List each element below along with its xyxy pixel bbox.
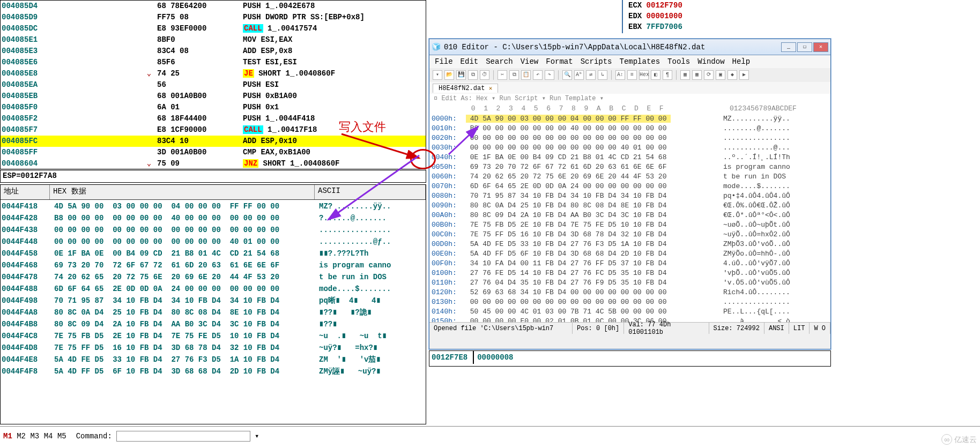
memory-dump-pane[interactable]: 地址 HEX 数据 ASCII 0044F4184D 5A 90 00 03 0… [0,184,426,424]
paste-icon[interactable]: 📋 [521,70,531,80]
hex-row[interactable]: 0060h: 74 20 62 65 20 72 75 6E 20 69 6E … [429,172,830,182]
asm-row[interactable]: 004085FF3D 001A0B00CMP EAX,0xB1A00 [1,147,426,158]
toolbar[interactable]: ▾ 📂 💾 ⧉ ⏱ ✂ ⧉ 📋 ↶ ↷ 🔍 Aᵇ ⇄ ↳ A↕ ≡ Hex ◧ … [429,68,830,82]
undo-icon[interactable]: ↶ [533,70,543,80]
find-icon[interactable]: 🔍 [562,70,572,80]
menu-item[interactable]: Search [486,57,513,66]
asm-row[interactable]: 004085E18BF0MOV ESI,EAX [1,34,426,46]
hex-row[interactable]: 0010h: B8 00 00 00 00 00 00 00 40 00 00 … [429,124,830,133]
hex-row[interactable]: 00A0h: 80 8C 09 D4 2A 10 FB D4 AA B0 3C … [429,211,830,220]
command-box[interactable]: Command: ▾ [76,431,259,442]
tab-close-icon[interactable]: ✕ [489,85,493,92]
replace-icon[interactable]: ⇄ [586,70,596,80]
hex-row[interactable]: 0080h: 70 71 95 87 34 10 FB D4 34 10 FB … [429,191,830,201]
dump-row[interactable]: 0044F44800 00 00 00 00 00 00 00 00 00 00… [2,236,425,248]
menu-bar[interactable]: FileEditSearchViewFormatScriptsTemplates… [429,55,830,68]
menu-item[interactable]: File [435,57,453,66]
menu-item[interactable]: Help [732,57,751,66]
dump-row[interactable]: 0044F4C87E 75 FB D5 2E 10 FB D4 7E 75 FE… [2,330,425,342]
document-tabs[interactable]: H8E48fN2.dat ✕ [429,82,830,94]
dump-row[interactable]: 0044F428B8 00 00 00 00 00 00 00 40 00 00… [2,212,425,224]
register-pane[interactable]: ECX 0012F790EDX 00001000EBX 7FFD7006 [622,0,980,33]
disassembly-pane[interactable]: 004085D468 78E64200PUSH 1_.0042E67800408… [0,0,426,169]
dump-row[interactable]: 0044F4580E 1F BA 0E 00 B4 09 CD 21 B8 01… [2,248,425,259]
hex-row[interactable]: 0120h: 52 69 63 68 34 10 FB D4 00 00 00 … [429,288,830,297]
hex-row[interactable]: 0030h: 00 00 00 00 00 00 00 00 00 00 00 … [429,143,830,153]
minimize-button[interactable]: _ [781,42,796,52]
menu-item[interactable]: Templates [619,57,660,66]
tool6-icon[interactable]: ▣ [716,70,725,80]
cut-icon[interactable]: ✂ [498,70,507,80]
close-button[interactable]: ✕ [813,42,828,52]
hex-row[interactable]: 0110h: 27 76 04 D4 35 10 FB D4 27 76 F9 … [429,278,830,288]
menu-item[interactable]: Tools [667,57,690,66]
dump-row[interactable]: 0044F4D87E 75 FF D5 16 10 FB D4 3D 68 78… [2,342,425,354]
menu-item[interactable]: View [521,57,539,66]
highlight-icon[interactable]: A↕ [615,70,625,80]
save-icon[interactable]: 💾 [456,70,466,80]
tool5-icon[interactable]: ⟳ [704,70,714,80]
asm-row[interactable]: 004085EB68 001A0B00PUSH 0xB1A00 [1,91,426,102]
history-icon[interactable]: ⏱ [480,70,489,80]
hex-row[interactable]: 0140h: 50 45 00 00 4C 01 03 00 7B 71 4C … [429,307,830,317]
menu-item[interactable]: Edit [461,57,479,66]
tab-active[interactable]: H8E48fN2.dat ✕ [433,84,498,93]
dump-row[interactable]: 0044F47874 20 62 65 20 72 75 6E 20 69 6E… [2,271,425,283]
maximize-button[interactable]: ☐ [797,42,812,52]
findab-icon[interactable]: Aᵇ [574,70,584,80]
dump-row[interactable]: 0044F4184D 5A 90 00 03 00 00 00 04 00 00… [2,200,425,212]
new-icon[interactable]: ▾ [433,70,442,80]
hex-row[interactable]: 0050h: 69 73 20 70 72 6F 67 72 61 6D 20 … [429,162,830,172]
asm-row[interactable]: 00408604⌄75 09JNZ SHORT 1_.0040860F [1,158,426,169]
dump-row[interactable]: 0044F46869 73 20 70 72 6F 67 72 61 6D 20… [2,259,425,271]
hex-row[interactable]: 00D0h: 5A 4D FE D5 33 10 FB D4 27 76 F3 … [429,240,830,249]
menu-item[interactable]: Format [546,57,573,66]
tool2-icon[interactable]: ¶ [663,70,672,80]
run-icon[interactable]: ▶ [739,70,749,80]
asm-row[interactable]: 004085EA56PUSH ESI [1,79,426,91]
hex-row[interactable]: 00F0h: 34 10 FA D4 00 11 FB D4 27 76 FF … [429,259,830,268]
hex-editor-window[interactable]: 🧊010 Editor - C:\Users\15pb-win7\AppData… [429,39,831,349]
hex-row[interactable]: 0000h: 4D 5A 90 00 03 00 00 00 04 00 00 … [429,114,830,124]
hex-icon[interactable]: Hex [639,70,649,80]
asm-row[interactable]: 004085E383C4 08ADD ESP,0x8 [1,46,426,57]
hex-row[interactable]: 00C0h: 7E 75 FF D5 16 10 FB D4 3D 68 78 … [429,230,830,240]
copy-icon[interactable]: ⧉ [509,70,519,80]
menu-item[interactable]: Window [697,57,724,66]
tool1-icon[interactable]: ◧ [651,70,660,80]
tool4-icon[interactable]: ▦ [692,70,702,80]
command-input[interactable] [116,431,250,442]
open-icon[interactable]: 📂 [444,70,454,80]
asm-row[interactable]: 004085D9FF75 08PUSH DWORD PTR SS:[EBP+0x… [1,12,426,23]
hex-row[interactable]: 0130h: 00 00 00 00 00 00 00 00 00 00 00 … [429,297,830,307]
asm-row[interactable]: 004085E8⌄74 25JE SHORT 1_.0040860F [1,68,426,79]
dump-row[interactable]: 0044F43800 00 00 00 00 00 00 00 00 00 00… [2,224,425,236]
dump-row[interactable]: 0044F49870 71 95 87 34 10 FB D4 34 10 FB… [2,295,425,307]
tool3-icon[interactable]: ▦ [680,70,690,80]
window-titlebar[interactable]: 🧊010 Editor - C:\Users\15pb-win7\AppData… [429,39,830,55]
hex-row[interactable]: 0090h: 80 8C 0A D4 25 10 FB D4 80 8C 08 … [429,201,830,211]
redo-icon[interactable]: ↷ [545,70,554,80]
dump-row[interactable]: 0044F4886D 6F 64 65 2E 0D 0D 0A 24 00 00… [2,283,425,295]
hex-row[interactable]: 00B0h: 7E 75 FB D5 2E 10 FB D4 7E 75 FE … [429,220,830,230]
asm-row[interactable]: 004085F06A 01PUSH 0x1 [1,102,426,113]
asm-row[interactable]: 004085FC83C4 10ADD ESP,0x10 [1,136,426,147]
dump-row[interactable]: 0044F4B880 8C 09 D4 2A 10 FB D4 AA B0 3C… [2,318,425,330]
tool7-icon[interactable]: ◆ [727,70,737,80]
stack-pane[interactable]: 0012F7E8 00000008 [429,350,831,367]
dump-row[interactable]: 0044F4A880 8C 0A D4 25 10 FB D4 80 8C 08… [2,307,425,318]
hex-row[interactable]: 0070h: 6D 6F 64 65 2E 0D 0D 0A 24 00 00 … [429,182,830,191]
saveall-icon[interactable]: ⧉ [468,70,478,80]
memory-tabs[interactable]: M1 M2 M3 M4 M5 [3,432,66,440]
dump-row[interactable]: 0044F4E85A 4D FE D5 33 10 FB D4 27 76 F3… [2,354,425,365]
goto-icon[interactable]: ↳ [598,70,607,80]
dump-row[interactable]: 0044F4F85A 4D FF D5 6F 10 FB D4 3D 68 68… [2,365,425,377]
asm-row[interactable]: 004085E685F6TEST ESI,ESI [1,57,426,68]
asm-row[interactable]: 004085D468 78E64200PUSH 1_.0042E678 [1,1,426,12]
menu-item[interactable]: Scripts [581,57,612,66]
hex-row[interactable]: 0040h: 0E 1F BA 0E 00 B4 09 CD 21 B8 01 … [429,153,830,162]
asm-row[interactable]: 004085DCE8 93EF0000CALL 1_.00417574 [1,23,426,34]
edit-options-bar[interactable]: ¤ Edit As: Hex ▾ Run Script ▾ Run Templa… [429,94,830,104]
hex-row[interactable]: 0100h: 27 76 FE D5 14 10 FB D4 27 76 FC … [429,268,830,278]
calc-icon[interactable]: ≡ [627,70,637,80]
